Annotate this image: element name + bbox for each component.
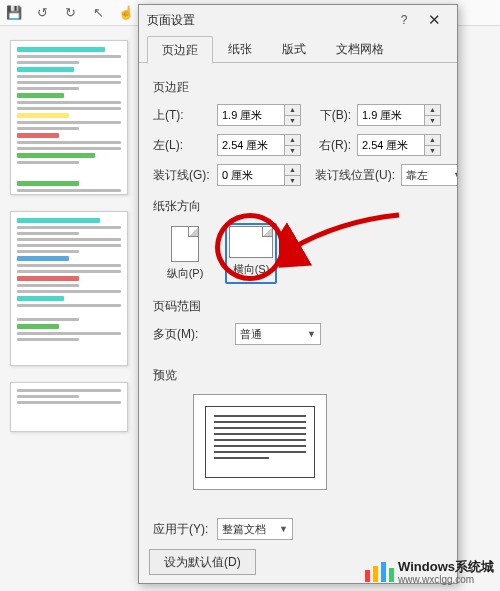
margin-top-spinner[interactable]: ▲▼ [217,104,301,126]
spin-up-icon[interactable]: ▲ [285,104,301,115]
margin-right-input[interactable] [357,134,425,156]
landscape-label: 横向(S) [233,262,270,277]
set-default-button[interactable]: 设为默认值(D) [149,549,256,575]
touch-icon[interactable]: ☝ [118,5,134,21]
spin-down-icon[interactable]: ▼ [425,145,441,157]
margin-right-label: 右(R): [307,137,351,154]
thumbnail-page[interactable] [10,40,128,195]
orientation-portrait[interactable]: 纵向(P) [159,223,211,284]
chevron-down-icon: ▼ [307,329,316,339]
tab-grid[interactable]: 文档网格 [321,35,399,63]
help-button[interactable]: ? [389,13,419,27]
multipage-value: 普通 [240,327,262,342]
preview-box [193,394,327,490]
thumbnail-page[interactable] [10,211,128,366]
spin-up-icon[interactable]: ▲ [425,134,441,145]
margin-top-input[interactable] [217,104,285,126]
orientation-landscape[interactable]: 横向(S) [225,223,277,284]
page-setup-dialog: 页面设置 ? ✕ 页边距 纸张 版式 文档网格 页边距 上(T): ▲▼ 下(B… [138,4,458,584]
margin-right-spinner[interactable]: ▲▼ [357,134,441,156]
annotation-arrow-icon [279,209,409,269]
dialog-titlebar: 页面设置 ? ✕ [139,5,457,35]
cursor-icon[interactable]: ↖ [90,5,106,21]
spin-up-icon[interactable]: ▲ [425,104,441,115]
watermark-name: Windows系统城 [398,560,494,574]
save-icon[interactable]: 💾 [6,5,22,21]
margin-left-spinner[interactable]: ▲▼ [217,134,301,156]
thumbnail-page[interactable] [10,382,128,432]
pagerange-section-label: 页码范围 [153,298,443,315]
spin-down-icon[interactable]: ▼ [425,115,441,127]
dialog-title: 页面设置 [147,12,389,29]
gutter-pos-label: 装订线位置(U): [307,167,395,184]
thumbnail-panel [10,40,130,448]
margin-left-input[interactable] [217,134,285,156]
margin-left-label: 左(L): [153,137,211,154]
watermark-bars-icon [365,562,394,582]
apply-to-label: 应用于(Y): [153,521,211,538]
portrait-icon [171,226,199,262]
tab-layout[interactable]: 版式 [267,35,321,63]
undo-icon[interactable]: ↺ [34,5,50,21]
spin-down-icon[interactable]: ▼ [285,175,301,187]
margin-bottom-input[interactable] [357,104,425,126]
margins-section-label: 页边距 [153,79,443,96]
chevron-down-icon: ▼ [453,170,457,180]
watermark: Windows系统城 www.wxclgg.com [365,560,494,585]
gutter-pos-select[interactable]: 靠左 ▼ [401,164,457,186]
redo-icon[interactable]: ↻ [62,5,78,21]
tab-paper[interactable]: 纸张 [213,35,267,63]
orientation-section-label: 纸张方向 [153,198,443,215]
spin-up-icon[interactable]: ▲ [285,134,301,145]
spin-down-icon[interactable]: ▼ [285,145,301,157]
app-background: 💾 ↺ ↻ ↖ ☝ [0,0,500,591]
landscape-icon [229,226,273,258]
margin-top-label: 上(T): [153,107,211,124]
dialog-tabs: 页边距 纸张 版式 文档网格 [139,35,457,63]
watermark-url: www.wxclgg.com [398,574,494,585]
spin-down-icon[interactable]: ▼ [285,115,301,127]
preview-section-label: 预览 [153,367,443,384]
gutter-spinner[interactable]: ▲▼ [217,164,301,186]
portrait-label: 纵向(P) [167,266,204,281]
tab-margins[interactable]: 页边距 [147,36,213,64]
orientation-row: 纵向(P) 横向(S) [159,223,443,284]
gutter-pos-value: 靠左 [406,168,428,183]
spin-up-icon[interactable]: ▲ [285,164,301,175]
chevron-down-icon: ▼ [279,524,288,534]
preview-page-icon [205,406,315,478]
multipage-label: 多页(M): [153,326,211,343]
multipage-select[interactable]: 普通 ▼ [235,323,321,345]
gutter-label: 装订线(G): [153,167,211,184]
apply-to-select[interactable]: 整篇文档 ▼ [217,518,293,540]
dialog-body: 页边距 上(T): ▲▼ 下(B): ▲▼ 左(L): ▲▼ [139,63,457,543]
apply-to-value: 整篇文档 [222,522,266,537]
close-button[interactable]: ✕ [419,11,449,29]
margin-bottom-label: 下(B): [307,107,351,124]
gutter-input[interactable] [217,164,285,186]
margin-bottom-spinner[interactable]: ▲▼ [357,104,441,126]
